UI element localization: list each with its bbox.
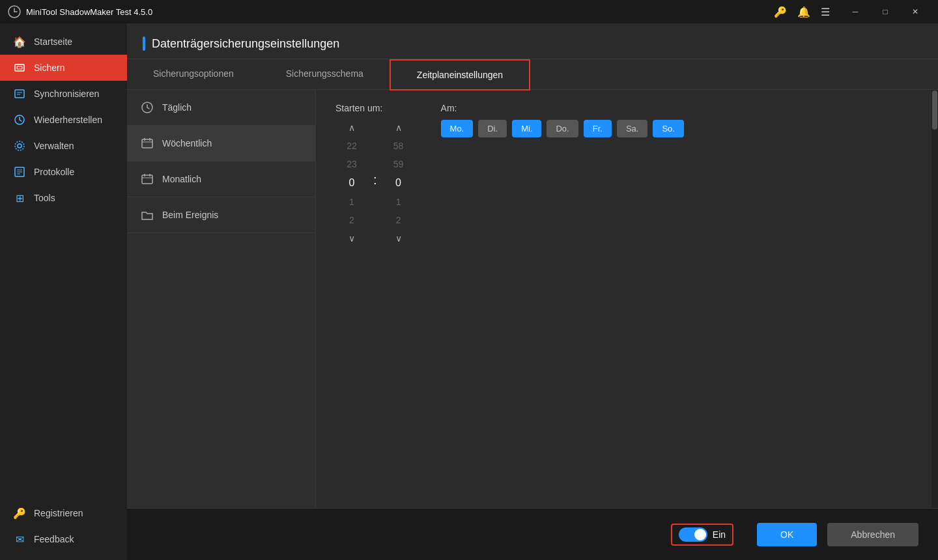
sidebar-label-verwalten: Verwalten [34,141,74,151]
schedule-woechentlich-label: Wöchentlich [162,138,212,148]
sync-icon [13,87,26,100]
time-picker: ∧ 22 23 0 1 2 ∨ : ∧ [335,120,415,246]
backup-icon [13,61,26,74]
toggle-wrap: Ein [671,524,733,546]
hours-up-arrow[interactable]: ∧ [343,120,360,135]
toggle-label: Ein [713,529,726,540]
bell-icon[interactable]: 🔔 [797,6,810,18]
schedule-type-monatlich[interactable]: Monatlich [127,161,315,197]
schedule-type-woechentlich[interactable]: Wöchentlich [127,126,315,161]
sidebar-item-protokolle[interactable]: Protokolle [0,159,127,185]
schedule-taeglich-label: Täglich [162,102,192,113]
tab-sicherungsschema[interactable]: Sicherungsschema [260,59,390,89]
sidebar-label-registrieren: Registrieren [34,508,83,518]
sidebar-item-sichern[interactable]: Sichern [0,55,127,81]
day-btn-fr[interactable]: Fr. [584,120,612,137]
main-layout: 🏠 Startseite Sichern [0,23,938,560]
sidebar-item-registrieren[interactable]: 🔑 Registrieren [0,500,127,526]
title-bar: MiniTool ShadowMaker Test 4.5.0 🔑 🔔 ☰ ─ … [0,0,938,23]
hours-next1: 1 [335,194,368,210]
content-area: Datenträgersicherungseinstellungen Siche… [127,23,938,560]
cancel-button[interactable]: Abbrechen [827,523,918,546]
schedule-type-beim-ereignis[interactable]: Beim Ereignis [127,197,315,233]
minutes-next1: 1 [382,194,415,210]
manage-icon [13,139,26,152]
log-icon [13,165,26,178]
day-btn-sa[interactable]: Sa. [617,120,648,137]
day-btn-so[interactable]: So. [653,120,684,137]
minutes-next2: 2 [382,212,415,228]
app-icon [8,5,21,18]
hours-next2: 2 [335,212,368,228]
bottom-bar: Ein OK Abbrechen [127,508,938,560]
svg-point-7 [18,144,21,148]
minutes-up-arrow[interactable]: ∧ [390,120,407,135]
inner-content: Täglich Wöchentlich [127,90,938,508]
scrollbar-track[interactable] [931,90,938,508]
minutes-prev2: 58 [382,138,415,154]
hours-current[interactable]: 0 [335,175,368,191]
settings-row: Starten um: ∧ 22 23 0 1 2 ∨ [335,103,918,246]
scrollbar-thumb[interactable] [932,91,937,130]
hours-column: ∧ 22 23 0 1 2 ∨ [335,120,368,246]
home-icon: 🏠 [13,35,26,48]
titlebar-icons: 🔑 🔔 ☰ [774,6,830,18]
tab-zeitplaneinstellungen[interactable]: Zeitplaneinstellungen [390,59,530,91]
header-accent-bar [143,36,145,51]
schedule-monatlich-label: Monatlich [162,174,201,184]
time-section: Starten um: ∧ 22 23 0 1 2 ∨ [335,103,415,246]
sidebar-label-startseite: Startseite [34,36,72,47]
day-buttons: Mo. Di. Mi. Do. Fr. Sa. So. [441,120,918,137]
sidebar-item-startseite[interactable]: 🏠 Startseite [0,29,127,55]
sidebar-label-synchronisieren: Synchronisieren [34,89,99,99]
toggle-knob [694,529,706,540]
minutes-current[interactable]: 0 [382,175,415,191]
sidebar-item-synchronisieren[interactable]: Synchronisieren [0,81,127,107]
tools-icon: ⊞ [13,191,26,204]
day-btn-mo[interactable]: Mo. [441,120,474,137]
page-header: Datenträgersicherungseinstellungen [127,23,938,59]
clock-icon [140,100,154,115]
tab-sicherungsoptionen[interactable]: Sicherungsoptionen [127,59,260,89]
hours-prev1: 23 [335,156,368,172]
ok-button[interactable]: OK [757,523,817,546]
menu-icon[interactable]: ☰ [821,6,830,18]
minutes-column: ∧ 58 59 0 1 2 ∨ [382,120,415,246]
day-btn-mi[interactable]: Mi. [512,120,541,137]
window-controls: ─ □ ✕ [840,0,930,23]
app-logo: MiniTool ShadowMaker Test 4.5.0 [8,5,152,18]
day-btn-do[interactable]: Do. [547,120,578,137]
day-section: Am: Mo. Di. Mi. Do. Fr. Sa. So. [441,103,918,137]
sidebar-item-wiederherstellen[interactable]: Wiederherstellen [0,107,127,133]
mail-icon: ✉ [13,533,26,546]
hours-down-arrow[interactable]: ∨ [343,231,360,246]
page-title: Datenträgersicherungseinstellungen [152,37,339,51]
maximize-button[interactable]: □ [870,0,900,23]
sidebar-label-feedback: Feedback [34,534,74,544]
time-label: Starten um: [335,103,415,113]
key-sidebar-icon: 🔑 [13,507,26,520]
folder-event-icon [140,208,154,222]
minutes-down-arrow[interactable]: ∨ [390,231,407,246]
svg-rect-2 [17,66,22,69]
day-btn-di[interactable]: Di. [478,120,507,137]
minimize-button[interactable]: ─ [840,0,870,23]
svg-point-8 [15,141,24,150]
app-title: MiniTool ShadowMaker Test 4.5.0 [26,7,152,17]
schedule-type-taeglich[interactable]: Täglich [127,90,315,126]
sidebar-item-feedback[interactable]: ✉ Feedback [0,526,127,552]
key-icon[interactable]: 🔑 [774,6,787,18]
sidebar-item-verwalten[interactable]: Verwalten [0,133,127,159]
hours-prev2: 22 [335,138,368,154]
sidebar-label-protokolle: Protokolle [34,167,74,177]
svg-rect-14 [142,139,152,148]
schedule-beim-ereignis-label: Beim Ereignis [162,210,218,220]
sidebar-item-tools[interactable]: ⊞ Tools [0,185,127,211]
close-button[interactable]: ✕ [900,0,930,23]
enable-toggle[interactable] [679,527,707,542]
svg-rect-1 [15,64,24,71]
time-separator: : [373,173,377,194]
sidebar-label-tools: Tools [34,193,55,203]
tabs-row: Sicherungsoptionen Sicherungsschema Zeit… [127,59,938,90]
sidebar-bottom: 🔑 Registrieren ✉ Feedback [0,500,127,560]
